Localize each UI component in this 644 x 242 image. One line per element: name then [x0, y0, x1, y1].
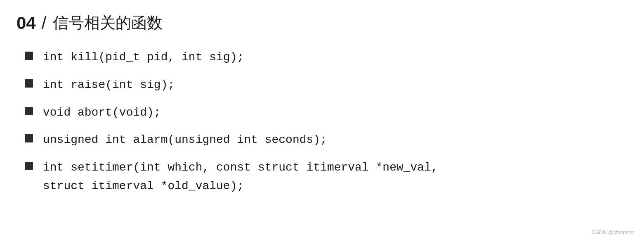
bullet-icon — [25, 107, 33, 115]
list-item: int raise(int sig); — [25, 76, 627, 95]
function-list: int kill(pid_t pid, int sig); int raise(… — [17, 48, 627, 205]
header-slash: / — [42, 13, 47, 33]
watermark: CSDN @Vanranrr — [592, 229, 634, 235]
list-item: int kill(pid_t pid, int sig); — [25, 48, 627, 67]
code-line: int raise(int sig); — [43, 76, 175, 95]
bullet-icon — [25, 52, 33, 60]
code-line: int setitimer(int which, const struct it… — [43, 159, 438, 177]
code-line: int kill(pid_t pid, int sig); — [43, 48, 244, 67]
section-title: 信号相关的函数 — [53, 12, 163, 33]
list-item: int setitimer(int which, const struct it… — [25, 159, 627, 196]
bullet-icon — [25, 162, 33, 170]
bullet-icon — [25, 134, 33, 142]
code-line: void abort(void); — [43, 104, 161, 122]
section-header: 04 / 信号相关的函数 — [17, 12, 627, 33]
section-number: 04 — [17, 13, 36, 33]
bullet-icon — [25, 79, 33, 88]
code-line: unsigned int alarm(unsigned int seconds)… — [43, 131, 327, 149]
list-item: void abort(void); — [25, 104, 627, 122]
list-item: unsigned int alarm(unsigned int seconds)… — [25, 131, 627, 149]
code-line-continuation: struct itimerval *old_value); — [43, 177, 438, 196]
